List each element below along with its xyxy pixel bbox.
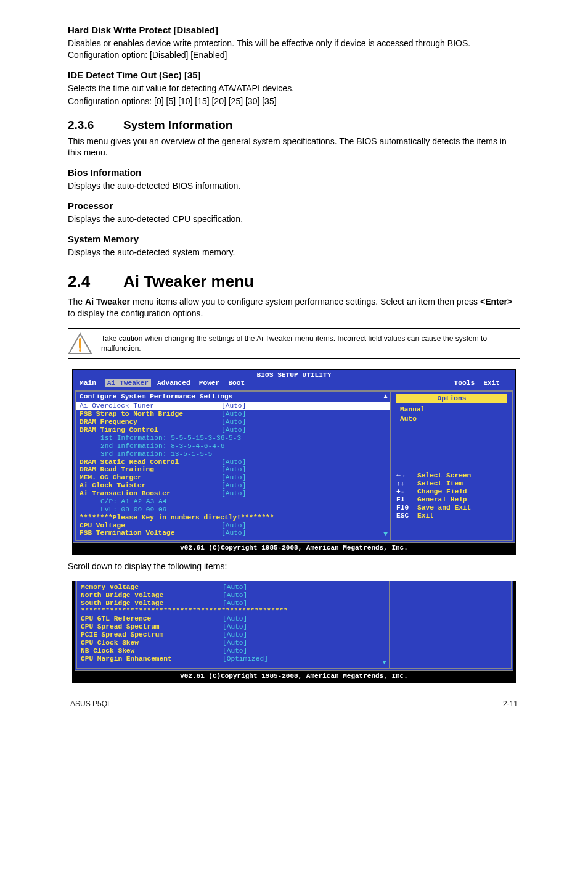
bios-row-label: CPU Spread Spectrum [81,623,223,631]
bios-row-nb-clock-skew[interactable]: NB Clock Skew[Auto] [81,647,385,655]
option-auto[interactable]: Auto [396,415,507,424]
para-24-e: to display the configuration options. [68,308,203,318]
section-24-num: 2.4 [68,272,123,291]
heading-sysmem: System Memory [68,234,520,244]
bios-row-sb-voltage[interactable]: South Bridge Voltage[Auto] [81,600,385,608]
hint-text: Change Field [417,488,467,496]
bios-row-label: Ai Clock Twister [80,482,221,490]
bios-row-dram-freq[interactable]: DRAM Frequency [Auto] [76,418,390,426]
scroll-up-icon[interactable]: ▲ [383,393,388,401]
bios-menu-boot[interactable]: Boot [228,379,253,387]
bios-row-value: [Auto] [221,474,246,482]
bios-row-memory-voltage[interactable]: Memory Voltage[Auto] [81,584,385,592]
bios-row-cpu-spread[interactable]: CPU Spread Spectrum[Auto] [81,623,385,631]
bios-menu-power[interactable]: Power [199,379,229,387]
bios-row-oc-charger[interactable]: MEM. OC Charger[Auto] [76,474,390,482]
option-manual[interactable]: Manual [396,405,507,415]
bios-section-title: Configure System Performance Settings [76,392,390,403]
para-sysmem: Displays the auto-detected system memory… [68,247,520,258]
bios-row-label: FSB Strap to North Bridge [80,410,221,418]
caution-icon [68,332,92,355]
bios-info-2: 2nd Information: 8-3-5-4-6-4-6 [76,442,390,450]
bios-screenshot-2: Memory Voltage[Auto] North Bridge Voltag… [72,581,516,683]
bios-menu-tools[interactable]: Tools [454,379,484,387]
para-24-b: Ai Tweaker [85,297,130,307]
bios-row-fsb-strap[interactable]: FSB Strap to North Bridge [Auto] [76,410,390,418]
bios-row-read-training[interactable]: DRAM Read Training[Auto] [76,466,390,474]
bios-row-label: DRAM Read Training [80,466,221,474]
para-24: The Ai Tweaker menu items allow you to c… [68,296,520,320]
bios-row-label: NB Clock Skew [81,647,223,655]
bios-sub-cp: C/P: A1 A2 A3 A4 [76,498,390,506]
bios-row-value: [Auto] [223,639,247,647]
nav-hints: ←→Select Screen ↑↓Select Item +-Change F… [396,472,507,519]
bios-menu-main[interactable]: Main [80,379,105,387]
caution-box: Take caution when changing the settings … [68,328,520,359]
bios-row-cpu-clock-skew[interactable]: CPU Clock Skew[Auto] [81,639,385,647]
bios-row-value: [Auto] [223,584,247,592]
hint-text: Select Screen [417,472,471,480]
bios-row-fsb-term-voltage[interactable]: FSB Termination Voltage[Auto] [76,529,390,537]
options-title: Options [396,394,507,403]
bios-left-panel: Configure System Performance Settings ▲ … [75,390,390,542]
bios-row-value: [Auto] [221,522,246,530]
bios-row-label: Ai Transaction Booster [80,490,221,498]
bios-row-label: CPU Clock Skew [81,639,223,647]
heading-processor: Processor [68,200,520,211]
bios-stars-2: ****************************************… [81,607,385,615]
bios-stars: ********Please Key in numbers directly!*… [76,514,390,522]
bios-row-value: [Auto] [221,466,246,474]
f10-key: F10 [396,504,417,512]
bios-row-gtl-ref[interactable]: CPU GTL Reference[Auto] [81,615,385,623]
bios-row-value: [Auto] [221,418,246,426]
arrows-lr-icon: ←→ [396,472,417,480]
bios-row-nb-voltage[interactable]: North Bridge Voltage[Auto] [81,592,385,600]
section-24: 2.4Ai Tweaker menu [68,272,520,291]
svg-point-2 [79,349,81,352]
scroll-down-icon[interactable]: ▼ [382,659,386,667]
bios-row-value: [Auto] [223,623,247,631]
para-ide1: Selects the time out value for detecting… [68,83,520,94]
bios-row-label: Ai Overclock Tuner [80,402,221,410]
arrows-ud-icon: ↑↓ [396,480,417,488]
bios-row-margin-enhance[interactable]: CPU Margin Enhancement[Optimized] [81,655,385,663]
bios-row-value: [Auto] [221,402,246,410]
scroll-down-icon[interactable]: ▼ [383,530,388,538]
scroll-intro: Scroll down to display the following ite… [68,561,520,572]
bios-row-static-read[interactable]: DRAM Static Read Control[Auto] [76,458,390,466]
para-24-a: The [68,297,85,307]
bios-row-value: [Optimized] [223,655,268,663]
bios-row-label: CPU Voltage [80,522,221,530]
bios-footer: v02.61 (C)Copyright 1985-2008, American … [73,542,515,553]
bios-row-value: [Auto] [221,482,246,490]
bios-row-clock-twister[interactable]: Ai Clock Twister[Auto] [76,482,390,490]
bios-menu-exit[interactable]: Exit [483,379,508,387]
para-biosinfo: Displays the auto-detected BIOS informat… [68,180,520,192]
bios-row-dram-timing[interactable]: DRAM Timing Control [Auto] [76,426,390,434]
bios-footer-2: v02.61 (C)Copyright 1985-2008, American … [75,670,513,682]
bios-row-cpu-voltage[interactable]: CPU Voltage[Auto] [76,522,390,530]
para-ide2: Configuration options: [0] [5] [10] [15]… [68,96,520,107]
bios-row-label: Memory Voltage [81,584,223,592]
hint-text: Save and Exit [417,504,471,512]
bios-row-pcie-spread[interactable]: PCIE Spread Spectrum[Auto] [81,631,385,639]
section-24-title: Ai Tweaker menu [123,272,254,291]
bios-row-value: [Auto] [221,410,246,418]
esc-key: ESC [396,512,417,520]
bios-row-overclock[interactable]: Ai Overclock Tuner [Auto] [76,402,390,410]
bios-info-3: 3rd Information: 13-5-1-5-5 [76,450,390,458]
hint-text: Exit [417,512,434,520]
bios-row-label: DRAM Timing Control [80,426,221,434]
bios-menu-advanced[interactable]: Advanced [157,379,199,387]
caution-text: Take caution when changing the settings … [101,334,520,353]
footer-left: ASUS P5QL [70,699,112,708]
bios-row-value: [Auto] [221,426,246,434]
hint-text: General Help [417,496,467,504]
section-236-title: System Information [123,118,232,131]
bios-row-value: [Auto] [221,458,246,466]
bios-row-trans-booster[interactable]: Ai Transaction Booster[Auto] [76,490,390,498]
bios-right-panel: Options Manual Auto ←→Select Screen ↑↓Se… [390,390,513,542]
footer-right: 2-11 [503,699,518,708]
bios-menu-aitweaker[interactable]: Ai Tweaker [105,379,151,387]
para-24-c: menu items allow you to configure system… [130,297,480,307]
